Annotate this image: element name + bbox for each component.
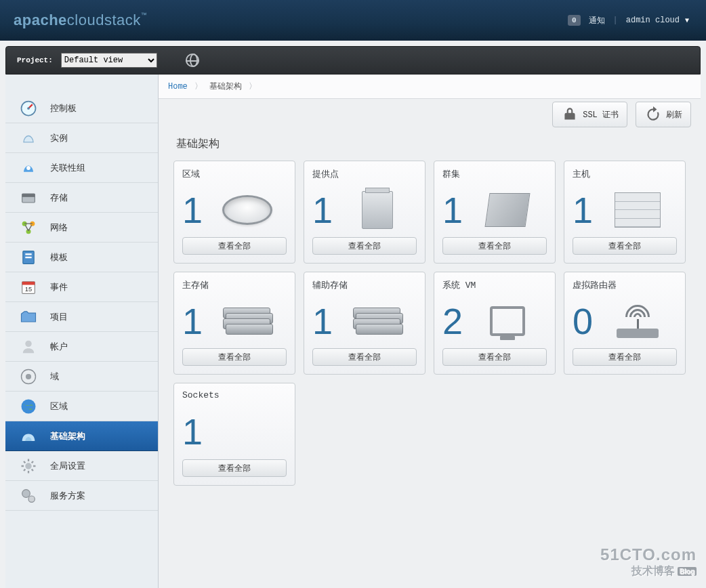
- sidebar-item-storage[interactable]: 存储: [5, 183, 158, 213]
- sidebar-item-label: 实例: [50, 132, 68, 144]
- ssl-cert-button[interactable]: SSL 证书: [552, 102, 627, 127]
- tile-title: 区域: [182, 168, 287, 180]
- lock-icon: [561, 106, 579, 123]
- svg-point-14: [25, 340, 31, 346]
- tile-count: 0: [573, 303, 593, 339]
- svg-point-2: [26, 166, 30, 170]
- chevron-right-icon: 〉: [194, 81, 203, 92]
- sidebar-item-templates[interactable]: 模板: [5, 243, 158, 272]
- sidebar-item-dashboard[interactable]: 控制板: [5, 93, 158, 123]
- view-all-button[interactable]: 查看全部: [312, 237, 417, 255]
- view-all-button[interactable]: 查看全部: [312, 348, 417, 366]
- tile-hosts: 主机1查看全部: [564, 161, 686, 264]
- tile-title: 主存储: [182, 279, 287, 291]
- app-header: apachecloudstack™ 0 通知 | admin cloud▼: [0, 0, 706, 41]
- sidebar-item-label: 全局设置: [50, 460, 85, 472]
- svg-point-19: [22, 489, 30, 497]
- tile-illustration: [598, 304, 677, 338]
- tile-count: 1: [182, 413, 203, 450]
- project-select[interactable]: Default view: [61, 53, 157, 68]
- tile-primary: 主存储1查看全部: [173, 272, 295, 375]
- user-menu[interactable]: admin cloud▼: [626, 16, 689, 25]
- service-icon: [19, 486, 38, 505]
- notification-label[interactable]: 通知: [589, 15, 605, 26]
- brand-logo: apachecloudstack™: [14, 12, 147, 29]
- notification-count-badge[interactable]: 0: [568, 15, 581, 26]
- global-icon: [19, 457, 38, 476]
- sidebar: 控制板实例关联性组存储网络模板15事件项目帐户域区域基础架构全局设置服务方案: [5, 75, 159, 588]
- network-icon: [19, 218, 38, 237]
- tile-body: 1: [182, 183, 287, 237]
- breadcrumb: Home 〉 基础架构 〉: [159, 75, 701, 99]
- project-label: Project:: [17, 56, 53, 64]
- sidebar-item-projects[interactable]: 项目: [5, 302, 158, 332]
- sidebar-item-regions[interactable]: 区域: [5, 392, 158, 421]
- globe-icon[interactable]: [186, 54, 199, 67]
- view-all-button[interactable]: 查看全部: [182, 348, 287, 366]
- sidebar-item-label: 事件: [50, 281, 68, 293]
- sidebar-item-label: 服务方案: [50, 490, 85, 502]
- tile-vrouter: 虚拟路由器0查看全部: [564, 272, 686, 375]
- projects-icon: [19, 308, 38, 327]
- breadcrumb-current: 基础架构: [209, 81, 242, 92]
- sidebar-item-label: 域: [50, 371, 59, 383]
- view-all-button[interactable]: 查看全部: [182, 237, 287, 255]
- sidebar-item-infrastructure[interactable]: 基础架构: [5, 421, 158, 451]
- tile-sysvm: 系统 VM2查看全部: [434, 272, 556, 375]
- chevron-right-icon: 〉: [249, 81, 257, 92]
- tile-grid: 区域1查看全部提供点1查看全部群集1查看全部主机1查看全部主存储1查看全部辅助存…: [173, 161, 686, 486]
- dashboard-icon: [19, 99, 38, 118]
- sidebar-item-label: 模板: [50, 251, 68, 264]
- svg-rect-10: [25, 256, 31, 257]
- regions-icon: [19, 397, 38, 416]
- tile-pods: 提供点1查看全部: [304, 161, 425, 264]
- tile-illustration: [468, 306, 547, 336]
- svg-rect-9: [25, 253, 31, 255]
- tile-body: 1: [573, 183, 677, 237]
- tile-title: 系统 VM: [442, 279, 547, 291]
- svg-point-20: [28, 496, 35, 502]
- tile-count: 1: [312, 303, 333, 339]
- sidebar-item-instances[interactable]: 实例: [5, 123, 158, 153]
- tile-body: 1: [312, 183, 417, 237]
- view-all-button[interactable]: 查看全部: [442, 348, 547, 366]
- sidebar-item-label: 基础架构: [50, 430, 85, 442]
- tile-count: 1: [182, 192, 203, 228]
- events-icon: 15: [19, 278, 38, 297]
- affinity-icon: [19, 159, 38, 177]
- sidebar-item-events[interactable]: 15事件: [5, 272, 158, 302]
- svg-rect-4: [22, 194, 35, 197]
- tile-illustration: [208, 195, 287, 225]
- refresh-button[interactable]: 刷新: [636, 102, 691, 127]
- sidebar-item-affinity[interactable]: 关联性组: [5, 153, 158, 183]
- view-all-button[interactable]: 查看全部: [182, 459, 287, 477]
- sidebar-item-service[interactable]: 服务方案: [5, 481, 158, 511]
- sidebar-item-network[interactable]: 网络: [5, 213, 158, 243]
- svg-rect-12: [22, 281, 35, 285]
- breadcrumb-home[interactable]: Home: [168, 82, 188, 91]
- tile-count: 1: [442, 192, 463, 228]
- tile-zones: 区域1查看全部: [173, 161, 295, 264]
- sidebar-item-label: 项目: [50, 311, 68, 323]
- header-divider: |: [613, 16, 618, 25]
- tile-title: 提供点: [312, 168, 417, 180]
- svg-point-16: [26, 373, 31, 379]
- tile-illustration: [338, 308, 417, 335]
- tile-title: Sockets: [182, 390, 287, 400]
- accounts-icon: [19, 337, 38, 356]
- view-all-button[interactable]: 查看全部: [573, 237, 677, 255]
- tile-sockets: Sockets1查看全部: [173, 383, 295, 486]
- tile-count: 1: [312, 192, 333, 228]
- view-all-button[interactable]: 查看全部: [573, 348, 677, 366]
- svg-point-17: [22, 399, 36, 413]
- sidebar-item-domains[interactable]: 域: [5, 362, 158, 392]
- domains-icon: [19, 367, 38, 386]
- svg-point-1: [27, 107, 30, 110]
- sidebar-item-label: 网络: [50, 222, 68, 234]
- tile-count: 1: [573, 192, 593, 228]
- sidebar-item-global[interactable]: 全局设置: [5, 451, 158, 481]
- sidebar-item-accounts[interactable]: 帐户: [5, 332, 158, 362]
- view-all-button[interactable]: 查看全部: [442, 237, 547, 255]
- tile-title: 辅助存储: [312, 279, 417, 291]
- tile-body: 1: [312, 294, 417, 348]
